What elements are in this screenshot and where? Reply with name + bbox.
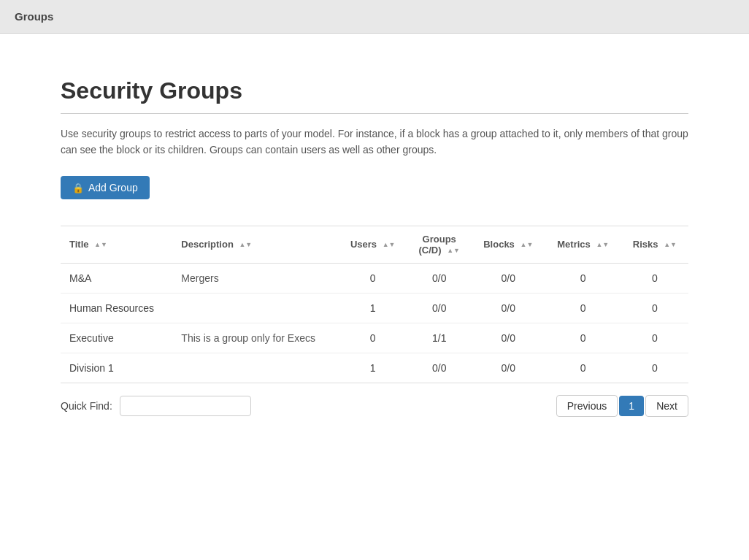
cell-description: This is a group only for Execs (172, 323, 339, 353)
quick-find-section: Quick Find: (61, 396, 251, 416)
cell-metrics: 0 (545, 263, 621, 293)
cell-users: 0 (339, 323, 407, 353)
cell-metrics: 0 (545, 323, 621, 353)
sort-arrows-risks[interactable]: ▲▼ (664, 242, 677, 248)
col-title[interactable]: Title ▲▼ (61, 226, 172, 263)
current-page[interactable]: 1 (619, 396, 644, 416)
cell-description: Mergers (172, 263, 339, 293)
page-description: Use security groups to restrict access t… (61, 126, 688, 158)
table-header-row: Title ▲▼ Description ▲▼ Users ▲▼ Groups(… (61, 226, 688, 263)
sort-arrows-groups[interactable]: ▲▼ (447, 248, 460, 254)
security-groups-table: Title ▲▼ Description ▲▼ Users ▲▼ Groups(… (61, 226, 688, 383)
cell-groups: 0/0 (407, 263, 472, 293)
cell-risks: 0 (621, 353, 688, 383)
cell-groups: 0/0 (407, 353, 472, 383)
lock-icon (72, 182, 84, 193)
cell-groups: 0/0 (407, 293, 472, 323)
cell-groups: 1/1 (407, 323, 472, 353)
table-footer: Quick Find: Previous 1 Next (61, 395, 688, 417)
top-bar: Groups (0, 0, 749, 34)
sort-arrows-description[interactable]: ▲▼ (239, 242, 252, 248)
table-row[interactable]: Division 1 1 0/0 0/0 0 0 (61, 353, 688, 383)
sort-arrows-metrics[interactable]: ▲▼ (596, 242, 609, 248)
cell-users: 0 (339, 263, 407, 293)
col-blocks[interactable]: Blocks ▲▼ (472, 226, 545, 263)
cell-risks: 0 (621, 293, 688, 323)
cell-users: 1 (339, 353, 407, 383)
previous-button[interactable]: Previous (556, 395, 618, 417)
quick-find-input[interactable] (120, 396, 251, 416)
cell-title: Division 1 (61, 353, 172, 383)
cell-blocks: 0/0 (472, 293, 545, 323)
table-row[interactable]: Executive This is a group only for Execs… (61, 323, 688, 353)
sort-arrows-users[interactable]: ▲▼ (383, 242, 396, 248)
cell-title: Executive (61, 323, 172, 353)
cell-title: M&A (61, 263, 172, 293)
col-groups[interactable]: Groups(C/D) ▲▼ (407, 226, 472, 263)
next-button[interactable]: Next (645, 395, 688, 417)
table-row[interactable]: Human Resources 1 0/0 0/0 0 0 (61, 293, 688, 323)
add-group-button[interactable]: Add Group (61, 176, 150, 199)
title-divider (61, 113, 688, 114)
quick-find-label: Quick Find: (61, 400, 112, 412)
col-description[interactable]: Description ▲▼ (172, 226, 339, 263)
sort-arrows-blocks[interactable]: ▲▼ (520, 242, 533, 248)
main-content: Security Groups Use security groups to r… (46, 77, 703, 417)
table-row[interactable]: M&A Mergers 0 0/0 0/0 0 0 (61, 263, 688, 293)
table-body: M&A Mergers 0 0/0 0/0 0 0 Human Resource… (61, 263, 688, 383)
col-metrics[interactable]: Metrics ▲▼ (545, 226, 621, 263)
add-group-label: Add Group (88, 182, 138, 193)
cell-blocks: 0/0 (472, 323, 545, 353)
col-risks[interactable]: Risks ▲▼ (621, 226, 688, 263)
cell-description (172, 293, 339, 323)
cell-blocks: 0/0 (472, 263, 545, 293)
cell-metrics: 0 (545, 293, 621, 323)
cell-blocks: 0/0 (472, 353, 545, 383)
cell-description (172, 353, 339, 383)
col-users[interactable]: Users ▲▼ (339, 226, 407, 263)
cell-metrics: 0 (545, 353, 621, 383)
top-bar-title: Groups (15, 10, 53, 23)
cell-title: Human Resources (61, 293, 172, 323)
page-title: Security Groups (61, 77, 688, 104)
cell-risks: 0 (621, 323, 688, 353)
cell-users: 1 (339, 293, 407, 323)
pagination: Previous 1 Next (556, 395, 688, 417)
sort-arrows-title[interactable]: ▲▼ (94, 242, 107, 248)
cell-risks: 0 (621, 263, 688, 293)
